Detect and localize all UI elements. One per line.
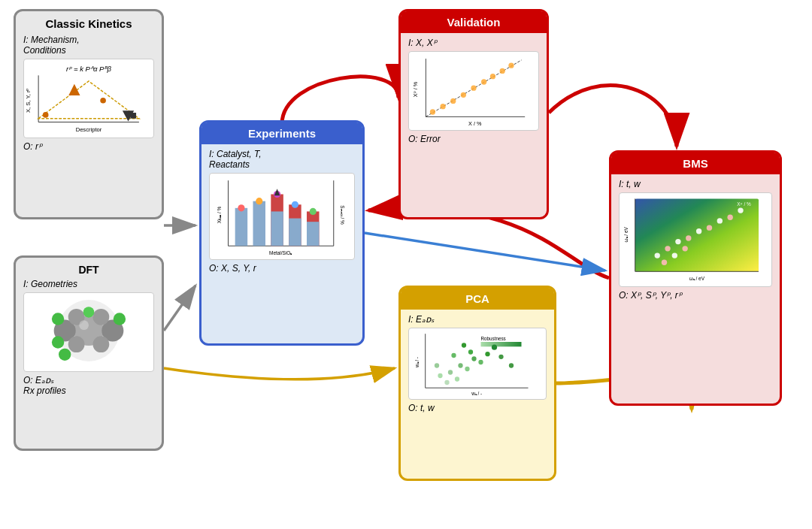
classic-kinetics-card: Classic Kinetics I: Mechanism, Condition… <box>14 9 164 219</box>
svg-point-74 <box>465 367 469 371</box>
svg-point-71 <box>448 370 453 374</box>
svg-point-28 <box>83 307 95 318</box>
svg-point-70 <box>438 373 442 378</box>
validation-chart: Xᵖ / % X / % <box>408 51 539 131</box>
svg-point-62 <box>500 68 505 74</box>
svg-text:Xᵖ / %: Xᵖ / % <box>412 81 419 97</box>
svg-point-13 <box>100 98 106 104</box>
classic-kinetics-output: O: rᵖ <box>23 141 154 152</box>
svg-point-76 <box>468 349 473 354</box>
bms-card: BMS I: t, w ω₂ / eV <box>609 150 782 406</box>
arrow-dft-to-pca <box>164 368 395 379</box>
svg-point-48 <box>310 208 317 215</box>
svg-point-73 <box>458 363 462 367</box>
arrow-dft-to-exp <box>164 286 195 331</box>
svg-rect-69 <box>481 342 522 346</box>
svg-point-101 <box>662 260 667 265</box>
dft-card: DFT I: Geometries <box>14 255 164 451</box>
validation-card: Validation I: X, Xᵖ Xᵖ / % X / % <box>398 9 549 219</box>
validation-output: O: Error <box>408 134 539 144</box>
experiments-card: Experiments I: Catalyst, T, Reactants XⱠ… <box>199 120 365 346</box>
svg-point-83 <box>451 353 456 358</box>
pca-title: PCA <box>401 288 554 310</box>
bms-input: I: t, w <box>619 179 772 189</box>
svg-point-56 <box>440 104 445 109</box>
svg-point-45 <box>292 201 298 208</box>
svg-text:ω₂ / eV: ω₂ / eV <box>623 227 629 243</box>
svg-rect-44 <box>289 219 301 246</box>
svg-point-79 <box>492 345 497 350</box>
svg-text:w₂ / -: w₂ / - <box>414 357 420 368</box>
svg-marker-12 <box>68 84 80 95</box>
pca-chart: w₂ / - w₁ / - Robustness <box>408 328 547 400</box>
svg-text:Descriptor: Descriptor <box>76 126 102 133</box>
classic-kinetics-chart: rᵖ = k Pᴬα Pᴮβ X, S, Y, rᵖ Descriptor <box>23 59 154 138</box>
svg-point-100 <box>738 207 743 213</box>
pca-card: PCA I: Eₐᴅₛ w₂ / - w₁ / - Robustness <box>398 286 556 481</box>
experiments-title: Experiments <box>201 122 362 144</box>
svg-point-25 <box>114 313 126 325</box>
arrow-exp-to-bms <box>365 233 605 271</box>
svg-point-55 <box>430 109 435 114</box>
svg-point-102 <box>672 252 677 258</box>
svg-text:Sₘₙ₀₉ / %: Sₘₙ₀₉ / % <box>340 205 345 225</box>
svg-point-37 <box>238 204 244 211</box>
svg-text:X / %: X / % <box>468 120 482 127</box>
classic-kinetics-input: I: Mechanism, Conditions <box>23 35 154 56</box>
svg-point-24 <box>52 313 64 325</box>
experiments-chart: XⱠ₁₂ / % Sₘₙ₀₉ / % Metal/SiO₂ <box>209 173 355 260</box>
svg-point-82 <box>435 363 439 367</box>
svg-point-57 <box>450 98 456 104</box>
svg-point-63 <box>508 63 514 68</box>
svg-text:w₁ / -: w₁ / - <box>471 391 482 396</box>
svg-text:XⱠ₁₂ / %: XⱠ₁₂ / % <box>217 207 222 224</box>
dft-output: O: Eₐᴅₛ Rx profiles <box>23 375 154 396</box>
svg-point-95 <box>686 235 691 240</box>
svg-point-80 <box>498 355 503 359</box>
svg-point-22 <box>68 336 85 352</box>
svg-point-29 <box>79 320 89 330</box>
pca-output: O: t, w <box>408 403 547 413</box>
arrow-exp-to-validation <box>282 77 398 124</box>
dft-title: DFT <box>23 264 154 276</box>
svg-point-27 <box>59 349 71 361</box>
svg-point-94 <box>675 239 680 244</box>
svg-text:Metal/SiO₂: Metal/SiO₂ <box>269 250 292 255</box>
svg-point-85 <box>509 363 514 367</box>
pca-input: I: Eₐᴅₛ <box>408 314 547 325</box>
svg-rect-36 <box>235 208 248 246</box>
diagram-container: Classic Kinetics I: Mechanism, Condition… <box>0 0 812 529</box>
svg-point-59 <box>471 86 476 91</box>
svg-point-39 <box>256 198 262 204</box>
svg-text:Xᵖ / %: Xᵖ / % <box>737 201 751 207</box>
svg-point-98 <box>717 218 723 223</box>
svg-point-23 <box>92 336 109 352</box>
validation-title: Validation <box>401 11 547 33</box>
svg-rect-41 <box>271 211 283 246</box>
svg-point-99 <box>727 215 732 220</box>
svg-text:X, S, Y, rᵖ: X, S, Y, rᵖ <box>25 89 32 113</box>
svg-point-84 <box>462 343 466 347</box>
svg-text:Robustness: Robustness <box>481 336 506 341</box>
arrow-validation-to-bms <box>549 86 677 147</box>
dft-input: I: Geometries <box>23 279 154 289</box>
experiments-input: I: Catalyst, T, Reactants <box>209 149 355 170</box>
svg-text:rᵖ = k Pᴬα Pᴮβ: rᵖ = k Pᴬα Pᴮβ <box>66 65 111 73</box>
svg-point-77 <box>478 360 483 364</box>
svg-point-21 <box>92 309 109 325</box>
svg-point-26 <box>52 336 64 348</box>
svg-point-61 <box>490 74 495 79</box>
dft-chart <box>23 292 154 372</box>
svg-point-60 <box>481 79 486 84</box>
svg-point-78 <box>485 352 489 356</box>
svg-text:ω₁ / eV: ω₁ / eV <box>689 276 705 281</box>
svg-point-11 <box>43 112 49 118</box>
validation-input: I: X, Xᵖ <box>408 38 539 48</box>
svg-rect-15 <box>130 113 136 119</box>
svg-point-75 <box>471 356 476 361</box>
svg-point-93 <box>665 246 670 251</box>
svg-rect-38 <box>253 201 266 246</box>
svg-point-97 <box>707 225 712 230</box>
bms-chart: ω₂ / eV ω₁ / eV Xᵖ / % <box>619 192 772 287</box>
classic-kinetics-title: Classic Kinetics <box>23 17 154 30</box>
